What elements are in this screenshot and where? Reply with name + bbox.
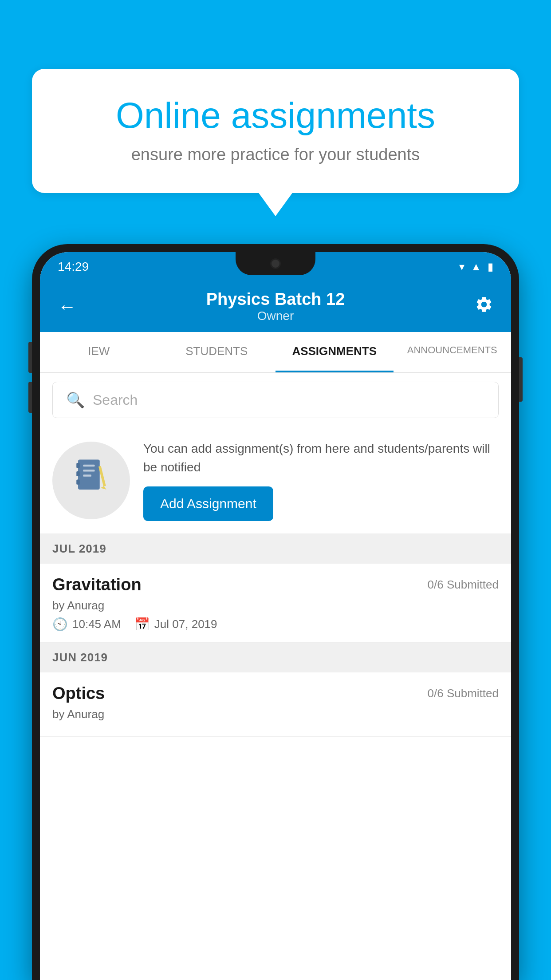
assignment-submitted: 0/6 Submitted: [428, 578, 499, 592]
svg-marker-8: [100, 486, 106, 490]
tab-iew[interactable]: IEW: [40, 332, 158, 372]
promo-icon-circle: [52, 442, 130, 519]
add-assignment-button[interactable]: Add Assignment: [143, 486, 273, 521]
assignment-author-optics: by Anurag: [52, 707, 499, 721]
assignment-submitted-optics: 0/6 Submitted: [428, 687, 499, 700]
section-header-jun: JUN 2019: [40, 643, 511, 672]
phone-frame: 14:29 ▾ ▲ ▮ ← Physics Batch 12 Owner IEW: [32, 244, 519, 980]
status-time: 14:29: [58, 260, 89, 274]
volume-down-button: [28, 382, 32, 413]
search-bar[interactable]: 🔍 Search: [52, 382, 499, 418]
phone-notch: [236, 252, 315, 275]
settings-button[interactable]: [475, 295, 493, 318]
top-bar: ← Physics Batch 12 Owner: [40, 281, 511, 332]
phone-screen: 14:29 ▾ ▲ ▮ ← Physics Batch 12 Owner IEW: [40, 252, 511, 980]
svg-rect-5: [83, 470, 94, 472]
assignment-item-optics[interactable]: Optics 0/6 Submitted by Anurag: [40, 672, 511, 737]
tabs-bar: IEW STUDENTS ASSIGNMENTS ANNOUNCEMENTS: [40, 332, 511, 373]
search-icon: 🔍: [66, 391, 85, 409]
search-placeholder: Search: [93, 392, 138, 408]
speech-bubble-title: Online assignments: [63, 95, 488, 135]
notebook-icon: [71, 456, 111, 505]
promo-text: You can add assignment(s) from here and …: [143, 439, 499, 477]
promo-content: You can add assignment(s) from here and …: [143, 439, 499, 521]
top-bar-title-area: Physics Batch 12 Owner: [206, 290, 345, 323]
search-area: 🔍 Search: [40, 373, 511, 427]
tab-assignments[interactable]: ASSIGNMENTS: [276, 332, 394, 372]
status-icons: ▾ ▲ ▮: [459, 261, 493, 273]
assignment-item-gravitation[interactable]: Gravitation 0/6 Submitted by Anurag 🕙 10…: [40, 564, 511, 643]
assignment-date-value: Jul 07, 2019: [154, 617, 217, 631]
assignment-title-optics: Optics: [52, 684, 105, 703]
top-bar-subtitle: Owner: [206, 309, 345, 323]
clock-icon: 🕙: [52, 617, 68, 632]
assignment-header-optics: Optics 0/6 Submitted: [52, 684, 499, 703]
section-header-jul: JUL 2019: [40, 534, 511, 564]
svg-rect-3: [76, 479, 80, 484]
svg-line-7: [99, 466, 104, 486]
signal-icon: ▲: [471, 261, 481, 273]
assignment-header: Gravitation 0/6 Submitted: [52, 575, 499, 594]
assignment-meta: 🕙 10:45 AM 📅 Jul 07, 2019: [52, 617, 499, 632]
svg-rect-4: [83, 464, 94, 466]
promo-section: You can add assignment(s) from here and …: [40, 427, 511, 534]
tab-announcements[interactable]: ANNOUNCEMENTS: [394, 332, 512, 372]
assignment-date: 📅 Jul 07, 2019: [134, 617, 217, 632]
top-bar-title: Physics Batch 12: [206, 290, 345, 309]
back-button[interactable]: ←: [58, 296, 76, 317]
volume-up-button: [28, 342, 32, 373]
svg-rect-1: [76, 463, 80, 468]
assignment-title: Gravitation: [52, 575, 142, 594]
assignment-author: by Anurag: [52, 599, 499, 612]
wifi-icon: ▾: [459, 261, 464, 273]
svg-rect-2: [76, 471, 80, 476]
svg-rect-6: [83, 474, 91, 477]
battery-icon: ▮: [488, 261, 493, 273]
speech-bubble-subtitle: ensure more practice for your students: [63, 145, 488, 164]
front-camera: [270, 258, 281, 269]
calendar-icon: 📅: [134, 617, 150, 632]
tab-students[interactable]: STUDENTS: [158, 332, 276, 372]
speech-bubble-container: Online assignments ensure more practice …: [32, 69, 519, 193]
assignment-time-value: 10:45 AM: [72, 617, 121, 631]
power-button: [519, 357, 523, 402]
speech-bubble: Online assignments ensure more practice …: [32, 69, 519, 193]
assignment-time: 🕙 10:45 AM: [52, 617, 121, 632]
